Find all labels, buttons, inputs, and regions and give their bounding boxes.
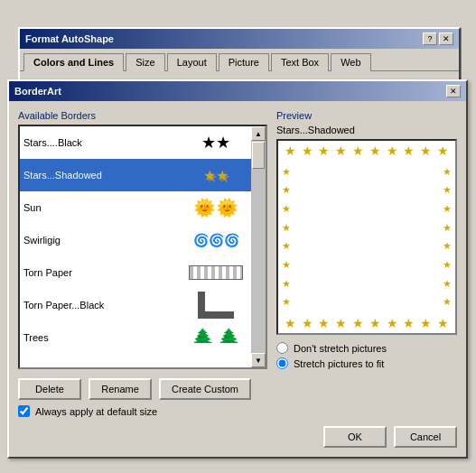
create-custom-button[interactable]: Create Custom [159,378,251,400]
star-icon: ★ [443,167,452,177]
list-item-preview: 🌀🌀🌀 [184,226,247,255]
star-icon: ★ [282,279,291,289]
checkbox-row: Always apply at default size [18,405,457,417]
scroll-up-btn[interactable]: ▲ [251,126,266,141]
borderart-cancel-button[interactable]: Cancel [394,426,457,448]
list-scrollbar: ▲ ▼ [251,126,266,367]
list-item-name: Torn Paper [23,267,184,278]
swirl-icon: 🌀🌀🌀 [193,233,239,247]
list-item-name: Sun [23,202,184,213]
corner-l-preview [198,292,234,319]
star-icon: ★ [369,144,381,157]
dont-stretch-option[interactable]: Don't stretch pictures [276,342,457,354]
stretch-radio[interactable] [276,357,288,369]
help-title-btn[interactable]: ? [423,32,437,45]
format-autoshape-title: Format AutoShape [25,33,114,44]
star-icon: ★ [282,223,291,233]
star-icon: ★ [335,144,347,157]
list-item[interactable]: Swirligig 🌀🌀🌀 [20,224,251,256]
list-item-name: Torn Paper...Black [23,300,184,311]
borderart-close-btn[interactable]: ✕ [446,85,461,97]
list-item-preview [184,258,247,287]
stretch-option[interactable]: Stretch pictures to fit [276,357,457,369]
always-apply-label: Always apply at default size [35,406,157,417]
rename-button[interactable]: Rename [89,378,152,400]
stretch-label: Stretch pictures to fit [294,358,384,369]
list-item[interactable]: Sun 🌞 🌞 [20,191,251,224]
star-icon: ★ [318,144,330,157]
close-title-btn[interactable]: ✕ [439,32,453,45]
borderart-main: Available Borders Stars....Black ★ ★ [18,110,457,369]
star-icon: ★ [285,317,296,329]
star-icon: ★ [443,279,452,289]
list-item[interactable]: Stars....Black ★ ★ [20,126,251,159]
star-icon: ★ [403,317,415,329]
star-icon: ★ [302,144,313,157]
list-item-name: Swirligig [23,235,184,246]
star-icon: ★ [282,260,291,270]
dont-stretch-label: Don't stretch pictures [294,343,387,354]
gold-star-icon: ★ [203,167,216,184]
list-item[interactable]: Trees 🌲 🌲 [20,321,251,343]
star-icon: ★ [282,297,291,307]
list-item-selected[interactable]: Stars...Shadowed ★ ★ [20,159,251,191]
list-item-name: Stars...Shadowed [23,170,184,181]
list-item[interactable]: Torn Paper [20,256,251,289]
star-icon: ★ [443,223,452,233]
sun-icon: 🌞 [193,197,216,218]
preview-label: Preview [276,110,457,121]
star-icon: ★ [302,317,313,329]
borderart-dialog: BorderArt ✕ Available Borders Stars....B… [7,79,468,459]
borders-list: Stars....Black ★ ★ Stars...Shadowed [20,126,266,343]
delete-button[interactable]: Delete [18,378,81,400]
star-icon: ★ [282,167,291,177]
dont-stretch-radio[interactable] [276,342,288,354]
borderart-titlebar: BorderArt ✕ [9,81,466,101]
star-icon: ★ [285,144,296,157]
tab-web[interactable]: Web [331,53,370,71]
scrollbar-track [251,141,266,353]
borderart-ok-button[interactable]: OK [323,426,387,448]
star-icon: ★ [282,185,291,195]
scroll-down-btn[interactable]: ▼ [251,353,266,367]
always-apply-option[interactable]: Always apply at default size [18,405,457,417]
list-item-preview: ★ ★ [184,161,247,190]
list-item-name: Trees [23,332,184,343]
black-star-icon: ★ [216,133,230,153]
action-buttons-row: Delete Rename Create Custom [18,378,457,400]
tab-colors-lines[interactable]: Colors and Lines [23,53,124,71]
tree-icon: 🌲 [218,327,240,343]
tab-layout[interactable]: Layout [167,53,217,71]
borders-inner-list: Stars....Black ★ ★ Stars...Shadowed [20,126,251,343]
preview-stars-right: ★ ★ ★ ★ ★ ★ ★ ★ [443,162,452,311]
always-apply-checkbox[interactable] [18,405,30,417]
star-icon: ★ [318,317,330,329]
tab-textbox[interactable]: Text Box [271,53,329,71]
black-star-icon: ★ [201,133,216,153]
star-icon: ★ [420,144,432,157]
tab-picture[interactable]: Picture [219,53,269,71]
preview-box: ★ ★ ★ ★ ★ ★ ★ ★ ★ ★ ★ ★ [276,139,457,335]
title-bar-buttons: ? ✕ [423,32,453,45]
preview-stars-bottom: ★ ★ ★ ★ ★ ★ ★ ★ ★ ★ [282,317,452,329]
preview-stars-left: ★ ★ ★ ★ ★ ★ ★ ★ [282,162,291,311]
tab-size[interactable]: Size [126,53,164,71]
star-icon: ★ [369,317,381,329]
star-icon: ★ [282,204,291,214]
borderart-body: Available Borders Stars....Black ★ ★ [9,101,466,457]
star-icon: ★ [335,317,347,329]
tabs-bar: Colors and Lines Size Layout Picture Tex… [20,49,459,71]
borderart-title-buttons: ✕ [446,85,461,97]
torn-paper-preview [189,265,243,280]
bottom-buttons: OK Cancel [18,426,457,448]
star-icon: ★ [443,204,452,214]
star-icon: ★ [403,144,415,157]
format-autoshape-titlebar: Format AutoShape ? ✕ [20,29,459,49]
trees-preview: 🌲 🌲 [191,327,240,343]
list-item[interactable]: Torn Paper...Black [20,289,251,321]
left-panel: Available Borders Stars....Black ★ ★ [18,110,267,369]
list-item-name: Stars....Black [23,137,184,148]
scrollbar-thumb[interactable] [252,142,265,169]
gold-star-icon: ★ [216,167,229,184]
list-item-preview: 🌲 🌲 [184,323,247,343]
